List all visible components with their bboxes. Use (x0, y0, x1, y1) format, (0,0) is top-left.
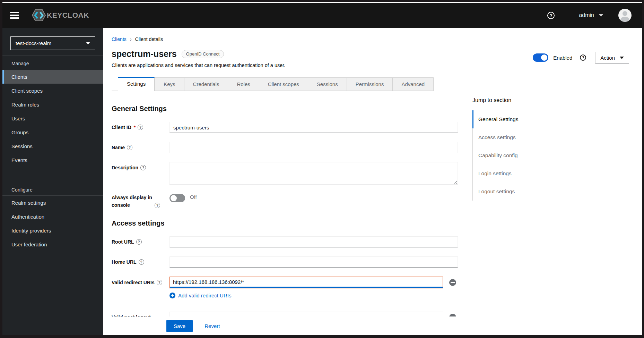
masthead-right: admin (547, 9, 632, 22)
page-header: spectrum-users OpenID Connect Clients ar… (103, 42, 642, 68)
tab-client-scopes[interactable]: Client scopes (259, 77, 308, 91)
masthead: KEYCLOAK admin (2, 3, 642, 28)
help-icon[interactable] (138, 125, 143, 130)
tab-permissions[interactable]: Permissions (347, 77, 393, 91)
chevron-down-icon (86, 42, 90, 44)
hamburger-bar (10, 17, 19, 19)
realm-selector-value: test-docs-realm (16, 40, 51, 46)
jump-item-capability-config[interactable]: Capability config (472, 146, 549, 164)
help-icon[interactable] (127, 145, 132, 150)
name-row: Name (112, 142, 642, 153)
sidebar-item-realm-settings[interactable]: Realm settings (2, 196, 103, 210)
page-subtitle: Clients are applications and services th… (112, 62, 533, 68)
root-url-row: Root URL (112, 236, 642, 247)
page-header-left: spectrum-users OpenID Connect Clients ar… (112, 49, 533, 68)
jump-to-section: Jump to section General Settings Access … (472, 97, 549, 201)
hamburger-bar (10, 12, 19, 14)
jump-item-logout-settings[interactable]: Logout settings (472, 183, 549, 201)
action-dropdown[interactable]: Action (595, 52, 629, 64)
description-label: Description (112, 165, 169, 170)
home-url-row: Home URL (112, 256, 642, 268)
avatar[interactable] (618, 9, 632, 22)
toggle-state-text: Off (190, 194, 197, 200)
sidebar-item-groups[interactable]: Groups (2, 125, 103, 139)
client-id-row: Client ID * (112, 122, 642, 133)
toggle-knob (171, 195, 177, 201)
help-icon[interactable] (580, 54, 586, 61)
enabled-toggle[interactable] (533, 53, 548, 62)
avatar-head (623, 11, 627, 16)
remove-uri-icon[interactable] (449, 279, 456, 286)
tab-credentials[interactable]: Credentials (184, 77, 228, 91)
enabled-label: Enabled (553, 55, 572, 61)
page-header-actions: Enabled Action (533, 52, 629, 64)
sidebar-spacer (2, 167, 103, 182)
help-icon[interactable] (139, 259, 144, 265)
help-icon[interactable] (140, 165, 146, 170)
jump-item-access-settings[interactable]: Access settings (472, 128, 549, 146)
hamburger-menu-icon[interactable] (10, 12, 19, 19)
keycloak-logo[interactable]: KEYCLOAK (32, 9, 89, 22)
jump-item-general-settings[interactable]: General Settings (472, 110, 549, 128)
help-icon[interactable] (155, 203, 160, 208)
sidebar-item-sessions[interactable]: Sessions (2, 139, 103, 153)
sidebar-item-realm-roles[interactable]: Realm roles (2, 98, 103, 111)
valid-redirect-uri-input-wrap (169, 277, 443, 288)
sidebar-item-authentication[interactable]: Authentication (2, 210, 103, 223)
jump-list: General Settings Access settings Capabil… (472, 110, 549, 201)
always-display-label: Always display in console (112, 194, 169, 209)
plus-circle-icon (169, 293, 175, 298)
always-display-row: Always display in console Off (112, 194, 642, 209)
save-button[interactable]: Save (166, 320, 193, 332)
description-textarea[interactable] (169, 162, 458, 185)
breadcrumb-clients-link[interactable]: Clients (112, 36, 127, 42)
tab-settings[interactable]: Settings (118, 77, 155, 91)
form-footer: Save Revert (103, 316, 642, 335)
root-url-input[interactable] (169, 236, 458, 247)
home-url-input[interactable] (169, 256, 458, 268)
help-icon[interactable] (157, 280, 162, 285)
sidebar-item-clients[interactable]: Clients (2, 70, 103, 84)
tab-advanced[interactable]: Advanced (393, 77, 434, 91)
sidebar-item-client-scopes[interactable]: Client scopes (2, 84, 103, 98)
hamburger-bar (10, 15, 19, 16)
sidebar-item-events[interactable]: Events (2, 153, 103, 167)
valid-redirect-uris-row: Valid redirect URIs (112, 277, 642, 288)
tab-sessions[interactable]: Sessions (308, 77, 347, 91)
action-dropdown-label: Action (600, 55, 615, 61)
jump-to-section-title: Jump to section (472, 97, 549, 103)
sidebar-item-identity-providers[interactable]: Identity providers (2, 223, 103, 237)
window-frame-highlight (2, 2, 642, 3)
settings-form: General Settings Client ID * Name (103, 105, 642, 323)
add-valid-redirect-uri-button[interactable]: Add valid redirect URIs (112, 293, 642, 298)
chevron-down-icon (620, 57, 624, 59)
section-access-settings: Access settings (112, 219, 642, 227)
username: admin (579, 12, 594, 18)
toggle-knob (541, 54, 547, 61)
realm-selector-dropdown[interactable]: test-docs-realm (10, 36, 95, 50)
keycloak-admin-console: KEYCLOAK admin test-docs-realm Manage Cl… (2, 3, 642, 335)
always-display-toggle[interactable] (169, 194, 185, 202)
revert-button[interactable]: Revert (204, 323, 220, 329)
keycloak-logo-icon (32, 9, 46, 22)
client-id-input[interactable] (169, 122, 458, 133)
tab-keys[interactable]: Keys (155, 77, 184, 91)
help-icon[interactable] (136, 239, 142, 245)
sidebar: test-docs-realm Manage Clients Client sc… (2, 28, 103, 335)
tab-roles[interactable]: Roles (228, 77, 259, 91)
root-url-label: Root URL (112, 239, 169, 245)
description-row: Description (112, 162, 642, 185)
required-marker: * (134, 125, 136, 130)
valid-redirect-uri-input[interactable] (170, 277, 443, 288)
sidebar-item-user-federation[interactable]: User federation (2, 237, 103, 251)
breadcrumb: Clients › Client details (103, 28, 642, 42)
nav-group-manage: Manage (2, 56, 103, 70)
breadcrumb-separator: › (130, 36, 132, 42)
protocol-badge: OpenID Connect (182, 50, 224, 58)
sidebar-item-users[interactable]: Users (2, 111, 103, 125)
user-menu-dropdown[interactable]: admin (579, 12, 603, 18)
name-label: Name (112, 145, 169, 150)
jump-item-login-settings[interactable]: Login settings (472, 164, 549, 183)
help-icon[interactable] (547, 12, 555, 19)
name-input[interactable] (169, 142, 458, 153)
